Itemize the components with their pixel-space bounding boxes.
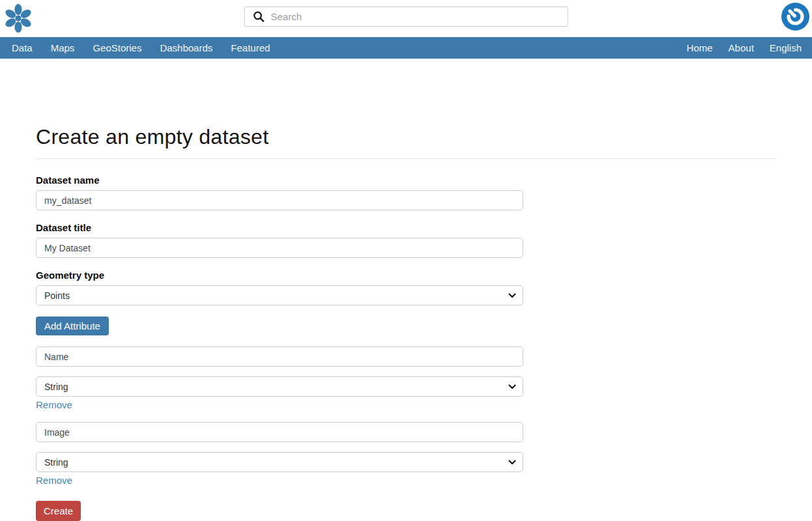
attribute-name-input[interactable]: [36, 422, 523, 442]
dataset-name-label: Dataset name: [36, 175, 523, 186]
navbar-left-group: Data Maps GeoStories Dashboards Featured: [0, 37, 279, 59]
add-attribute-button[interactable]: Add Attribute: [36, 317, 109, 335]
create-button[interactable]: Create: [36, 501, 81, 521]
geometry-type-label: Geometry type: [36, 270, 523, 281]
main-content: Create an empty dataset Dataset name Dat…: [0, 124, 812, 521]
nav-item-geostories[interactable]: GeoStories: [83, 42, 151, 53]
attribute-name-input[interactable]: [36, 346, 523, 367]
user-menu-button[interactable]: [781, 2, 810, 31]
attribute-type-select[interactable]: String: [36, 452, 523, 472]
search-input[interactable]: [271, 8, 568, 25]
nav-item-maps[interactable]: Maps: [42, 42, 84, 53]
power-avatar-icon: [781, 2, 810, 31]
dataset-name-input[interactable]: [36, 190, 523, 210]
nav-item-featured[interactable]: Featured: [222, 42, 279, 53]
page-title: Create an empty dataset: [36, 124, 776, 150]
dataset-title-group: Dataset title: [36, 222, 523, 258]
nav-item-home[interactable]: Home: [679, 42, 721, 53]
attribute-row: String Remove: [36, 422, 523, 498]
search-bar: [244, 7, 568, 27]
search-icon[interactable]: [254, 11, 265, 22]
top-header: [0, 0, 812, 37]
attribute-type-select[interactable]: String: [36, 376, 523, 397]
dataset-title-label: Dataset title: [36, 222, 523, 233]
create-dataset-form: Dataset name Dataset title Geometry type…: [36, 175, 523, 521]
remove-attribute-link[interactable]: Remove: [36, 399, 72, 410]
dataset-title-input[interactable]: [36, 238, 523, 258]
geometry-type-group: Geometry type Points: [36, 270, 523, 305]
flower-logo-icon: [3, 2, 33, 35]
main-navbar: Data Maps GeoStories Dashboards Featured…: [0, 37, 812, 59]
nav-item-dashboards[interactable]: Dashboards: [151, 42, 222, 53]
nav-item-about[interactable]: About: [721, 42, 762, 53]
navbar-right-group: Home About English: [679, 37, 812, 59]
attribute-row: String Remove: [36, 346, 523, 422]
dataset-name-group: Dataset name: [36, 175, 523, 210]
geometry-type-select[interactable]: Points: [36, 285, 523, 305]
remove-attribute-link[interactable]: Remove: [36, 475, 72, 486]
section-divider: [36, 158, 776, 159]
geonode-logo[interactable]: [3, 2, 33, 35]
nav-item-language[interactable]: English: [762, 42, 809, 53]
nav-item-data[interactable]: Data: [3, 42, 42, 53]
